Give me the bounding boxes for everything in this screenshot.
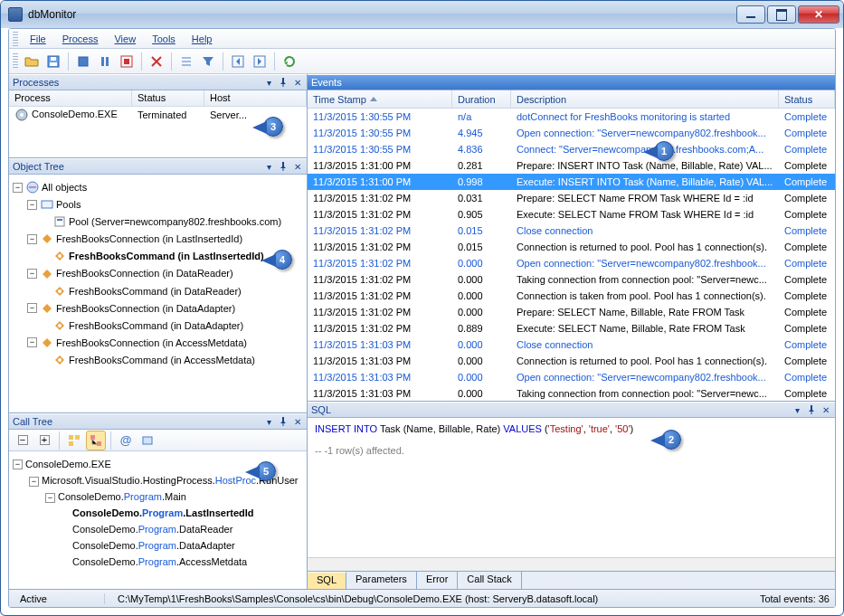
nav-next-button[interactable] <box>250 52 270 71</box>
grip-icon[interactable] <box>13 53 18 70</box>
event-row[interactable]: 11/3/2015 1:31:02 PM0.031Prepare: SELECT… <box>308 190 835 206</box>
menu-help[interactable]: Help <box>184 30 221 48</box>
delete-button[interactable] <box>147 52 166 71</box>
pin-icon[interactable] <box>278 416 289 427</box>
tab-callstack[interactable]: Call Stack <box>458 572 522 589</box>
tab-error[interactable]: Error <box>417 572 458 589</box>
close-button[interactable]: ✕ <box>798 5 839 24</box>
list-button[interactable] <box>176 52 196 71</box>
tree-node[interactable]: ConsoleDemo.Program.LastInsertedId <box>13 505 303 521</box>
close-icon[interactable]: ✕ <box>292 77 303 88</box>
event-row[interactable]: 11/3/2015 1:31:00 PM0.998Execute: INSERT… <box>308 174 835 190</box>
event-row[interactable]: 11/3/2015 1:31:02 PM0.000Prepare: SELECT… <box>308 304 835 320</box>
sql-header[interactable]: SQL ▾ ✕ <box>308 402 835 418</box>
collapse-icon[interactable]: − <box>27 200 37 210</box>
tree-node[interactable]: ConsoleDemo.Program.DataReader <box>13 521 303 537</box>
refresh-button[interactable] <box>280 52 299 71</box>
event-row[interactable]: 11/3/2015 1:30:55 PM4.836Connect: "Serve… <box>308 141 835 157</box>
tab-sql[interactable]: SQL <box>308 572 346 589</box>
events-header[interactable]: Events <box>308 74 835 90</box>
tree-label[interactable]: FreshBooksConnection (in DataAdapter) <box>56 303 235 314</box>
pin-icon[interactable] <box>278 161 289 172</box>
menu-tools[interactable]: Tools <box>144 30 184 48</box>
grip-icon[interactable] <box>13 32 18 46</box>
collapse-icon[interactable]: − <box>13 183 23 193</box>
object-tree-header[interactable]: Object Tree ▾ ✕ <box>9 158 307 175</box>
sql-text[interactable]: INSERT INTO Task (Name, Billable, Rate) … <box>308 418 835 557</box>
event-row[interactable]: 11/3/2015 1:31:03 PM0.000Connection is r… <box>308 353 835 369</box>
event-row[interactable]: 11/3/2015 1:31:02 PM0.905Execute: SELECT… <box>308 206 835 223</box>
event-row[interactable]: 11/3/2015 1:31:02 PM0.015Close connectio… <box>308 223 835 239</box>
stop-button[interactable] <box>73 52 93 71</box>
horizontal-scrollbar[interactable] <box>308 557 835 571</box>
call-tree-header[interactable]: Call Tree ▾ ✕ <box>9 413 307 430</box>
tree-node[interactable]: −ConsoleDemo.Program.Main <box>13 488 303 505</box>
col-status[interactable]: Status <box>132 90 204 106</box>
tree-label[interactable]: Pool (Server=newcompany802.freshbooks.co… <box>69 216 281 227</box>
group-button[interactable] <box>64 431 84 450</box>
event-row[interactable]: 11/3/2015 1:30:55 PM4.945Open connection… <box>308 125 835 141</box>
terminate-button[interactable] <box>117 52 137 71</box>
collapse-icon[interactable]: − <box>27 337 37 347</box>
collapse-icon[interactable]: − <box>29 477 39 487</box>
event-row[interactable]: 11/3/2015 1:31:03 PM0.000Close connectio… <box>308 336 835 353</box>
menu-view[interactable]: View <box>106 30 144 48</box>
save-button[interactable] <box>43 52 63 71</box>
pin-icon[interactable] <box>278 77 289 88</box>
close-icon[interactable]: ✕ <box>820 404 831 415</box>
tree-node[interactable]: −All objects <box>13 178 303 195</box>
event-row[interactable]: 11/3/2015 1:31:02 PM0.000Open connection… <box>308 255 835 271</box>
event-row[interactable]: 11/3/2015 1:31:02 PM0.000Taking connecti… <box>308 271 835 288</box>
tree-label[interactable]: FreshBooksConnection (in LastInsertedId) <box>56 233 242 244</box>
pin-icon[interactable] <box>806 404 817 415</box>
event-row[interactable]: 11/3/2015 1:31:02 PM0.015Connection is r… <box>308 239 835 255</box>
tree-node[interactable]: ConsoleDemo.Program.DataAdapter <box>13 537 303 554</box>
expand-all-button[interactable]: + <box>34 431 54 450</box>
collapse-icon[interactable]: − <box>45 493 55 503</box>
tree-label[interactable]: FreshBooksCommand (in LastInsertedId) <box>69 251 264 261</box>
event-row[interactable]: 11/3/2015 1:31:03 PM0.000Open connection… <box>308 369 835 385</box>
hierarchy-button[interactable] <box>86 431 106 450</box>
tree-label[interactable]: Pools <box>56 199 81 210</box>
tree-node[interactable]: ConsoleDemo.Program.AccessMetdata <box>13 554 303 570</box>
menu-process[interactable]: Process <box>54 30 107 48</box>
collapse-icon[interactable]: − <box>27 269 37 279</box>
collapse-icon[interactable]: − <box>27 234 37 244</box>
processes-header[interactable]: Processes ▾ ✕ <box>9 74 307 90</box>
pause-button[interactable] <box>95 52 115 71</box>
minimize-button[interactable] <box>736 5 765 24</box>
collapse-icon[interactable]: − <box>27 303 37 313</box>
nav-prev-button[interactable] <box>228 52 248 71</box>
col-duration[interactable]: Duration <box>452 90 511 108</box>
collapse-all-button[interactable]: − <box>13 431 33 450</box>
tree-label[interactable]: FreshBooksCommand (in AccessMetdata) <box>69 355 255 365</box>
events-grid[interactable]: 11/3/2015 1:30:55 PMn/adotConnect for Fr… <box>308 109 835 400</box>
dropdown-icon[interactable]: ▾ <box>263 77 274 88</box>
at-button[interactable]: @ <box>116 431 136 450</box>
close-icon[interactable]: ✕ <box>292 416 303 427</box>
dropdown-icon[interactable]: ▾ <box>792 404 802 415</box>
tree-label[interactable]: FreshBooksCommand (in DataAdapter) <box>69 320 243 331</box>
titlebar[interactable]: dbMonitor ✕ <box>1 1 843 28</box>
event-row[interactable]: 11/3/2015 1:31:00 PM0.281Prepare: INSERT… <box>308 157 835 174</box>
maximize-button[interactable] <box>767 5 796 24</box>
event-row[interactable]: 11/3/2015 1:31:03 PM0.000Taking connecti… <box>308 385 835 400</box>
frame-button[interactable] <box>138 431 157 450</box>
filter-button[interactable] <box>198 52 218 71</box>
col-status[interactable]: Status <box>779 90 835 108</box>
col-host[interactable]: Host <box>204 90 307 106</box>
col-description[interactable]: Description <box>511 90 779 108</box>
close-icon[interactable]: ✕ <box>292 161 303 172</box>
dropdown-icon[interactable]: ▾ <box>263 161 274 172</box>
event-row[interactable]: 11/3/2015 1:30:55 PMn/adotConnect for Fr… <box>308 109 835 125</box>
tree-label[interactable]: FreshBooksConnection (in AccessMetdata) <box>56 337 247 348</box>
tree-label[interactable]: FreshBooksConnection (in DataReader) <box>56 269 233 280</box>
col-timestamp[interactable]: Time Stamp <box>308 90 452 108</box>
menu-file[interactable]: File <box>22 30 54 48</box>
col-process[interactable]: Process <box>9 90 132 106</box>
event-row[interactable]: 11/3/2015 1:31:02 PM0.889Execute: SELECT… <box>308 320 835 336</box>
tab-parameters[interactable]: Parameters <box>346 572 417 589</box>
dropdown-icon[interactable]: ▾ <box>263 416 274 427</box>
collapse-icon[interactable]: − <box>13 460 23 469</box>
event-row[interactable]: 11/3/2015 1:31:02 PM0.000Connection is t… <box>308 288 835 304</box>
